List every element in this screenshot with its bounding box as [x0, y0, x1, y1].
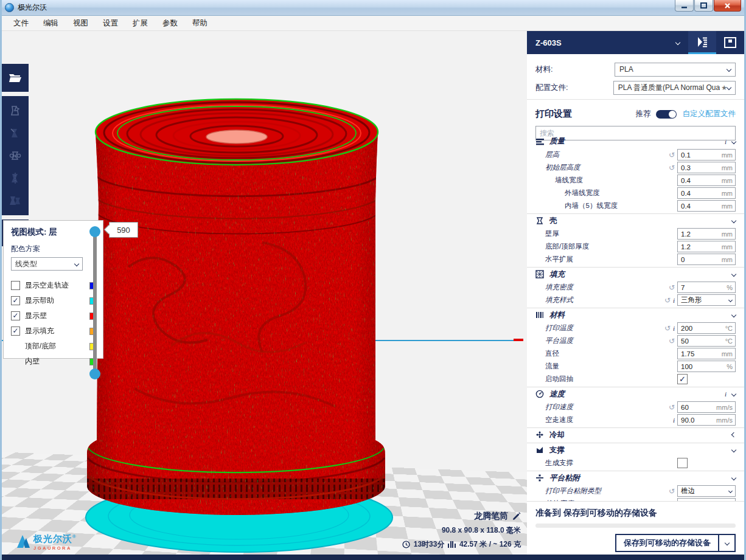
open-file-button[interactable] — [2, 64, 29, 92]
setting-label: 内墙（5）线宽度 — [535, 201, 677, 210]
prepare-view-button[interactable] — [688, 31, 716, 54]
filament-spool-icon — [448, 541, 456, 548]
setting-value: 7 — [678, 284, 685, 291]
setting-value-field[interactable]: 60mm/s — [677, 401, 736, 413]
sliced-model-render[interactable] — [80, 85, 403, 555]
section-header-8[interactable]: 平台粘附 — [527, 471, 744, 485]
info-icon[interactable]: i — [673, 325, 675, 332]
setting-value-field[interactable]: 7% — [677, 282, 736, 293]
setting-value-field[interactable]: 0.4mm — [677, 175, 736, 186]
rotate-tool-icon[interactable] — [9, 149, 22, 162]
minimize-button[interactable] — [675, 0, 694, 12]
setting-value-field[interactable]: 0mm — [677, 254, 736, 265]
view-option-row: 顶部/底部 — [11, 339, 97, 354]
material-select[interactable]: PLA — [615, 63, 736, 77]
view-option-row: ✓显示帮助 — [11, 293, 97, 308]
save-to-removable-button[interactable]: 保存到可移动的存储设备 — [615, 534, 719, 552]
scale-tool-icon[interactable] — [9, 126, 22, 140]
slider-handle-bottom[interactable] — [89, 368, 100, 379]
section-header-3[interactable]: 填充 — [527, 267, 744, 281]
section-header-5[interactable]: 速度i — [527, 387, 744, 401]
layer-value-tooltip: 590 — [109, 222, 138, 238]
setting-value-field[interactable]: 100% — [677, 361, 736, 372]
view-option-checkbox[interactable] — [11, 281, 20, 290]
section-header-1[interactable]: 质量i — [527, 134, 744, 148]
chevron-down-icon[interactable] — [731, 218, 736, 223]
section-label: 材料 — [549, 310, 732, 320]
setting-value: 1.75 — [678, 350, 694, 358]
view-option-checkbox[interactable]: ✓ — [11, 327, 20, 336]
maximize-button[interactable] — [694, 0, 713, 12]
title-bar[interactable]: 极光尔沃 — [0, 0, 746, 16]
monitor-view-button[interactable] — [716, 31, 744, 54]
menu-item-5[interactable]: 扩展 — [125, 16, 155, 31]
menu-item-4[interactable]: 设置 — [96, 16, 125, 31]
setting-value-field[interactable]: 1.75mm — [677, 348, 736, 359]
setting-value-field[interactable]: 0.1mm — [677, 149, 736, 161]
edit-pencil-icon[interactable] — [512, 512, 521, 520]
menu-item-7[interactable]: 帮助 — [185, 16, 215, 31]
chevron-down-icon — [74, 261, 79, 266]
reset-icon[interactable]: ↺ — [669, 487, 675, 496]
setting-dropdown[interactable]: 三角形 — [677, 294, 736, 306]
shell-icon — [535, 216, 546, 226]
chevron-down-icon[interactable] — [731, 392, 736, 396]
view-option-checkbox[interactable]: ✓ — [11, 311, 20, 320]
save-options-dropdown[interactable] — [719, 534, 736, 552]
reset-icon[interactable]: ↺ — [669, 164, 675, 172]
setting-value-field[interactable]: 50°C — [677, 335, 736, 347]
chevron-left-icon[interactable] — [731, 432, 736, 437]
info-icon[interactable]: i — [725, 390, 727, 398]
chevron-down-icon[interactable] — [731, 448, 736, 452]
mirror-tool-icon[interactable] — [9, 171, 22, 185]
chevron-down-icon[interactable] — [731, 313, 736, 317]
setting-value-field[interactable]: 1.2mm — [677, 228, 736, 240]
setting-value-field[interactable]: 200°C — [677, 322, 736, 334]
reset-icon[interactable]: ↺ — [664, 296, 671, 305]
move-tool-icon[interactable] — [9, 104, 22, 117]
view-option-checkbox[interactable]: ✓ — [11, 296, 20, 305]
menu-item-3[interactable]: 视图 — [66, 16, 96, 31]
setting-value-field[interactable]: 0.3mm — [677, 162, 736, 173]
reset-icon[interactable]: ↺ — [669, 283, 675, 292]
chevron-down-icon[interactable] — [731, 139, 736, 143]
info-icon[interactable]: i — [725, 138, 727, 145]
menu-item-2[interactable]: 编辑 — [36, 16, 66, 31]
printer-selector[interactable]: Z-603S — [527, 38, 688, 47]
custom-profile-link[interactable]: 自定义配置文件 — [683, 109, 736, 119]
setting-dropdown[interactable]: 檐边 — [677, 485, 736, 497]
profile-select[interactable]: PLA 普通质量(PLA Normal Qua ★ — [613, 81, 736, 95]
slider-track[interactable] — [93, 231, 97, 375]
setting-value: 50 — [678, 337, 689, 345]
per-model-settings-tool-icon[interactable] — [8, 194, 23, 207]
section-header-7[interactable]: 支撑 — [527, 443, 744, 457]
menu-bar: 文件编辑视图设置扩展参数帮助 — [0, 16, 746, 31]
reset-icon[interactable]: ↺ — [669, 151, 675, 159]
recommended-custom-toggle[interactable] — [656, 110, 677, 119]
menu-item-6[interactable]: 参数 — [155, 16, 185, 31]
setting-value-field[interactable]: 0.4mm — [677, 200, 736, 212]
adhesion-icon — [535, 474, 546, 483]
reset-icon[interactable]: ↺ — [669, 337, 675, 345]
setting-checkbox[interactable]: ✓ — [677, 374, 688, 384]
chevron-down-icon[interactable] — [731, 475, 736, 480]
reset-icon[interactable]: ↺ — [669, 403, 675, 412]
info-icon[interactable]: i — [673, 297, 675, 304]
menu-item-1[interactable]: 文件 — [6, 16, 36, 31]
section-header-4[interactable]: 材料 — [527, 308, 744, 322]
color-scheme-select[interactable]: 线类型 — [11, 257, 83, 271]
section-header-2[interactable]: 壳 — [527, 213, 744, 227]
viewport-3d[interactable]: 视图模式: 层 配色方案 线类型 显示空走轨迹✓显示帮助✓显示壁✓显示填充顶部/… — [2, 31, 527, 555]
layer-range-slider[interactable] — [89, 226, 100, 379]
output-footer: 准备到 保存到可移动的存储设备 保存到可移动的存储设备 — [527, 501, 744, 555]
setting-value-field[interactable]: 1.2mm — [677, 241, 736, 252]
slider-handle-top[interactable] — [89, 226, 100, 237]
setting-checkbox[interactable] — [677, 458, 688, 468]
setting-value-field[interactable]: 90.0mm/s — [677, 414, 736, 426]
setting-value-field[interactable]: 0.4mm — [677, 187, 736, 199]
info-icon[interactable]: i — [673, 417, 675, 424]
chevron-down-icon[interactable] — [731, 272, 736, 277]
section-header-6[interactable]: 冷却 — [527, 427, 744, 441]
close-button[interactable] — [714, 0, 741, 12]
reset-icon[interactable]: ↺ — [664, 324, 671, 333]
